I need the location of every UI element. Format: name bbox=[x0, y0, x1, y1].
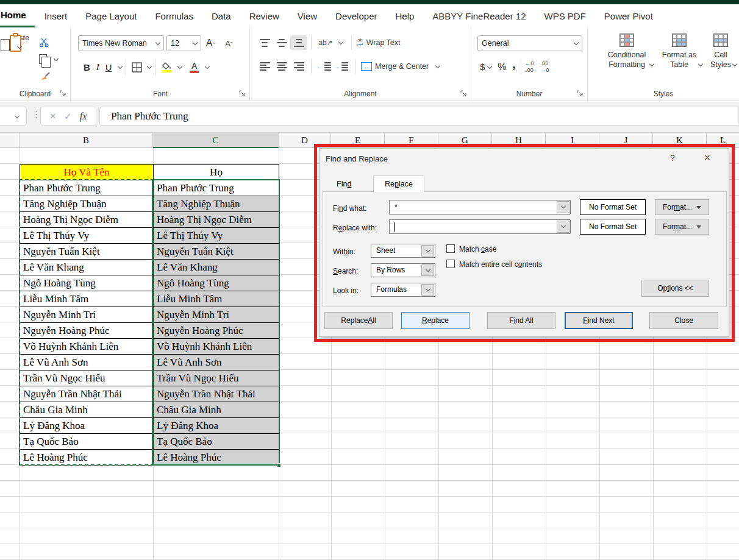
number-format-select[interactable]: General bbox=[477, 35, 582, 51]
column-header-e[interactable]: E bbox=[331, 133, 385, 148]
formula-input[interactable]: Phan Phước Trung bbox=[99, 107, 739, 126]
cell-column-c[interactable]: Võ Huỳnh Khánh Liên bbox=[154, 339, 279, 355]
column-header-i[interactable]: I bbox=[546, 133, 599, 148]
insert-function-icon[interactable]: fx bbox=[80, 111, 87, 122]
cell-column-b[interactable]: Lý Đăng Khoa bbox=[20, 418, 153, 434]
decrease-decimal-button[interactable]: .00→0 bbox=[540, 60, 549, 74]
cell-column-c[interactable]: Tăng Nghiệp Thuận bbox=[154, 196, 279, 212]
cell-column-b[interactable]: Ngô Hoàng Tùng bbox=[20, 275, 153, 291]
tab-wps-pdf[interactable]: WPS PDF bbox=[535, 4, 594, 27]
tab-data[interactable]: Data bbox=[202, 4, 240, 27]
cell-column-b[interactable]: Trần Vũ Ngọc Hiếu bbox=[20, 370, 153, 386]
replace-format-button[interactable]: Format... bbox=[655, 219, 709, 235]
top-align-button[interactable] bbox=[256, 35, 273, 50]
help-button[interactable]: ? bbox=[666, 153, 679, 163]
tab-review[interactable]: Review bbox=[240, 4, 288, 27]
accounting-format-button[interactable]: $ bbox=[480, 62, 485, 72]
within-dropdown[interactable] bbox=[421, 245, 434, 257]
match-case-label[interactable]: Match case bbox=[459, 245, 496, 253]
column-header-c[interactable]: C bbox=[153, 133, 279, 148]
tab-home[interactable]: Home bbox=[0, 4, 35, 27]
replace-button[interactable]: Replace bbox=[401, 312, 469, 329]
tab-abbyy[interactable]: ABBYY FineReader 12 bbox=[423, 4, 535, 27]
column-header-g[interactable]: G bbox=[438, 133, 492, 148]
underline-button[interactable]: U bbox=[102, 59, 115, 75]
cell-column-b[interactable]: Võ Huỳnh Khánh Liên bbox=[20, 339, 153, 355]
cell-column-c[interactable]: Liễu Minh Tâm bbox=[154, 291, 279, 307]
look-in-select[interactable]: Formulas bbox=[371, 283, 435, 297]
chevron-down-icon[interactable] bbox=[117, 64, 122, 69]
tab-page-layout[interactable]: Page Layout bbox=[76, 4, 146, 27]
cell-styles-button[interactable]: Cell Styles bbox=[705, 34, 737, 66]
enter-icon[interactable]: ✓ bbox=[64, 111, 72, 122]
cell-column-b[interactable]: Lê Thị Thúy Vy bbox=[20, 228, 153, 244]
match-entire-label[interactable]: Match entire cell contents bbox=[459, 260, 542, 269]
tab-formulas[interactable]: Formulas bbox=[146, 4, 202, 27]
cell-column-c[interactable]: Phan Phước Trung bbox=[154, 180, 279, 196]
cell-column-b[interactable]: Tăng Nghiệp Thuận bbox=[20, 196, 153, 212]
font-size-select[interactable]: 12 bbox=[166, 35, 201, 51]
bottom-align-button[interactable] bbox=[290, 35, 307, 50]
cell-column-c[interactable]: Lê Văn Khang bbox=[154, 260, 279, 275]
cell-column-b[interactable]: Tạ Quốc Bảo bbox=[20, 434, 153, 450]
cell-column-c[interactable]: Hoàng Thị Ngọc Diễm bbox=[154, 212, 279, 228]
italic-button[interactable]: I bbox=[93, 59, 102, 75]
middle-align-button[interactable] bbox=[273, 35, 290, 50]
search-select[interactable]: By Rows bbox=[371, 263, 435, 277]
chevron-down-icon[interactable] bbox=[435, 63, 440, 68]
cell-column-b[interactable]: Nguyễn Minh Trí bbox=[20, 307, 153, 323]
tab-find[interactable]: Find bbox=[326, 176, 362, 192]
conditional-formatting-button[interactable]: Conditional Formatting bbox=[600, 34, 654, 66]
cell-column-c[interactable]: Nguyễn Tuấn Kiệt bbox=[154, 244, 279, 260]
cell-column-c[interactable]: Nguyễn Trần Nhật Thái bbox=[154, 386, 279, 402]
cell-column-c[interactable]: Trần Vũ Ngọc Hiếu bbox=[154, 370, 279, 386]
cell-column-b[interactable]: Hoàng Thị Ngọc Diễm bbox=[20, 212, 153, 228]
cell-column-c[interactable]: Tạ Quốc Bảo bbox=[154, 434, 279, 450]
cell-column-b[interactable]: Nguyễn Trần Nhật Thái bbox=[20, 386, 153, 402]
cell-column-b[interactable]: Lê Hoàng Phúc bbox=[20, 450, 153, 466]
cell-column-b[interactable]: Nguyễn Hoàng Phúc bbox=[20, 323, 153, 339]
close-button[interactable]: Close bbox=[649, 312, 718, 329]
cell-column-b[interactable]: Nguyễn Tuấn Kiệt bbox=[20, 244, 153, 260]
chevron-down-icon[interactable] bbox=[487, 63, 492, 68]
fill-color-button[interactable] bbox=[159, 62, 175, 73]
orientation-button[interactable]: ab↗ bbox=[315, 38, 336, 47]
find-all-button[interactable]: Find All bbox=[487, 312, 555, 329]
column-header-a[interactable] bbox=[0, 133, 20, 148]
tab-replace[interactable]: Replace bbox=[373, 175, 424, 192]
bold-button[interactable]: B bbox=[80, 59, 93, 75]
cell-c2-header[interactable]: Họ bbox=[154, 165, 279, 180]
replace-all-button[interactable]: Replace All bbox=[324, 312, 393, 329]
match-entire-checkbox[interactable] bbox=[446, 260, 455, 268]
tab-view[interactable]: View bbox=[288, 4, 326, 27]
column-header-b[interactable]: B bbox=[20, 133, 153, 148]
increase-indent-button[interactable]: → bbox=[332, 59, 349, 74]
find-next-button[interactable]: Find Next bbox=[565, 312, 633, 329]
tab-power-pivot[interactable]: Power Pivot bbox=[595, 4, 662, 27]
replace-with-dropdown[interactable] bbox=[557, 221, 569, 233]
center-button[interactable] bbox=[273, 59, 290, 74]
column-header-f[interactable]: F bbox=[385, 133, 438, 148]
name-box[interactable] bbox=[0, 107, 27, 126]
cell-column-b[interactable]: Liễu Minh Tâm bbox=[20, 291, 153, 307]
cell-column-b[interactable]: Lê Văn Khang bbox=[20, 260, 153, 275]
find-format-button[interactable]: Format... bbox=[655, 199, 709, 215]
chevron-down-icon[interactable] bbox=[146, 64, 151, 69]
cell-column-c[interactable]: Lý Đăng Khoa bbox=[154, 418, 279, 434]
clipboard-dialog-launcher-icon[interactable] bbox=[60, 90, 67, 97]
column-header-l[interactable]: L bbox=[707, 133, 739, 148]
decrease-font-size-button[interactable]: Aˇ bbox=[220, 39, 238, 48]
search-dropdown[interactable] bbox=[421, 264, 434, 276]
tab-insert[interactable]: Insert bbox=[35, 4, 77, 27]
cell-column-c[interactable]: Lê Hoàng Phúc bbox=[154, 450, 279, 466]
cell-column-c[interactable]: Lê Vũ Anh Sơn bbox=[154, 355, 279, 370]
align-left-button[interactable] bbox=[256, 59, 273, 74]
cell-b2-header[interactable]: Họ Và Tên bbox=[20, 165, 153, 180]
column-header-d[interactable]: D bbox=[279, 133, 331, 148]
column-header-k[interactable]: K bbox=[653, 133, 707, 148]
cancel-icon[interactable]: × bbox=[50, 110, 56, 122]
wrap-text-button[interactable]: abc↩ Wrap Text bbox=[357, 38, 401, 48]
copy-button[interactable] bbox=[39, 51, 66, 68]
close-icon[interactable]: × bbox=[698, 151, 717, 165]
increase-font-size-button[interactable]: A^ bbox=[201, 38, 220, 49]
